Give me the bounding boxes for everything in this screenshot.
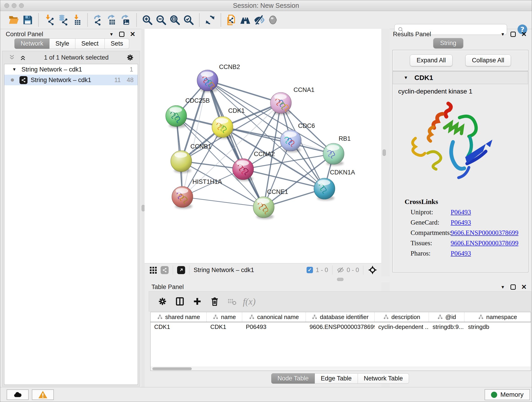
selected-checkbox[interactable]: ✓ (307, 267, 313, 273)
column-header-description[interactable]: description (375, 312, 429, 322)
expand-all-chevron-icon[interactable] (19, 54, 27, 61)
tab-sets[interactable]: Sets (105, 38, 129, 49)
float-panel-icon[interactable]: ▼ (500, 32, 505, 37)
refresh-view-icon[interactable] (203, 13, 217, 27)
delete-column-icon[interactable] (208, 295, 221, 308)
undock-panel-icon[interactable] (510, 32, 516, 37)
network-from-document-icon[interactable] (225, 13, 239, 27)
import-network-database-icon[interactable] (56, 13, 70, 27)
gear-icon[interactable] (126, 53, 134, 62)
close-panel-icon[interactable]: ✕ (130, 32, 135, 37)
export-network-icon[interactable] (91, 13, 105, 27)
network-node-CCNA1[interactable] (270, 92, 291, 115)
zoom-selected-icon[interactable] (182, 13, 196, 27)
network-node-CDKN1A[interactable] (314, 178, 335, 201)
panel-divider[interactable] (141, 29, 145, 387)
add-column-icon[interactable] (191, 295, 204, 308)
network-node-CCNB1[interactable] (171, 151, 192, 173)
crosslink-value-link[interactable]: 9606.ENSP00000378699 (451, 239, 519, 247)
hide-selected-icon[interactable] (252, 13, 266, 27)
collapse-all-chevron-icon[interactable] (8, 54, 16, 61)
network-node-CDC6[interactable] (280, 130, 301, 153)
tab-select[interactable]: Select (75, 38, 105, 49)
divider-handle[interactable] (142, 205, 145, 211)
float-panel-icon[interactable]: ▼ (500, 285, 505, 290)
close-panel-icon[interactable]: ✕ (521, 32, 527, 37)
close-panel-icon[interactable]: ✕ (521, 284, 527, 290)
gene-expander-icon[interactable]: ▼ (404, 75, 408, 80)
network-node-HIST1H1A[interactable] (172, 186, 193, 209)
scrollbar-thumb[interactable] (152, 367, 192, 370)
open-in-new-icon[interactable] (177, 266, 185, 274)
network-node-CCNE1[interactable] (253, 197, 274, 219)
table-cell[interactable]: CDK1 (151, 322, 207, 332)
crosslink-value-link[interactable]: P06493 (451, 208, 471, 216)
column-header-@id[interactable]: @id (429, 312, 464, 322)
table-cell[interactable]: stringdb (464, 322, 531, 332)
share-badge-icon[interactable] (161, 266, 169, 274)
float-panel-icon[interactable]: ▼ (109, 32, 114, 37)
warnings-button[interactable] (32, 389, 54, 400)
collapse-all-button[interactable]: Collapse All (465, 55, 511, 66)
tab-style[interactable]: Style (50, 38, 75, 49)
first-neighbors-icon[interactable] (239, 13, 252, 27)
zoom-in-icon[interactable] (140, 13, 154, 27)
network-node-RB1[interactable] (323, 143, 344, 166)
zoom-fit-icon[interactable] (168, 13, 182, 27)
table-horizontal-scrollbar[interactable] (151, 367, 531, 370)
divider-handle[interactable] (383, 149, 386, 156)
undock-panel-icon[interactable] (510, 284, 516, 290)
expand-all-button[interactable]: Expand All (410, 55, 452, 66)
cytoscape-window: Session: New Session ? Con (0, 0, 532, 402)
network-node-CDC25B[interactable] (166, 105, 187, 128)
tab-network[interactable]: Network (14, 38, 50, 49)
table-row[interactable]: CDK1CDK1P064939606.ENSP00000378699cyclin… (151, 322, 531, 332)
network-edge-CCNE1-HIST1H1A[interactable] (182, 197, 264, 207)
divider-handle[interactable] (337, 278, 343, 281)
node-label-CCNA1: CCNA1 (293, 86, 315, 93)
network-row[interactable]: String Network – cdk1 11 48 (4, 75, 138, 85)
import-network-file-icon[interactable] (42, 13, 56, 27)
string-network-icon (19, 76, 27, 84)
export-image-icon[interactable] (119, 13, 133, 27)
tab-string[interactable]: String (433, 38, 463, 48)
table-cell[interactable]: stringdb:9... (429, 322, 464, 332)
tab-node-table[interactable]: Node Table (271, 373, 315, 384)
table-cell[interactable]: 9606.ENSP00000378699 (306, 322, 375, 332)
table-cell[interactable]: P06493 (242, 322, 306, 332)
export-table-icon[interactable] (105, 13, 119, 27)
column-header-canonical-name[interactable]: canonical name (242, 312, 306, 322)
hidden-eye-slash-icon[interactable] (336, 266, 344, 274)
column-header-shared-name[interactable]: shared name (151, 312, 207, 322)
crosslink-value-link[interactable]: 9606.ENSP00000378699 (451, 229, 519, 236)
open-session-icon[interactable] (7, 13, 21, 27)
grid-icon[interactable] (149, 265, 157, 274)
network-node-CDK1[interactable] (212, 116, 233, 139)
save-session-icon[interactable] (21, 13, 35, 27)
split-columns-icon[interactable] (173, 295, 186, 308)
import-table-file-icon[interactable] (70, 13, 84, 27)
network-edge-CCNB2-CCNA1[interactable] (208, 80, 281, 103)
cloud-button[interactable] (7, 389, 29, 400)
undock-panel-icon[interactable] (119, 32, 124, 37)
gene-header[interactable]: ▼ CDK1 (393, 71, 528, 84)
network-edge-CCNB2-CCNE1[interactable] (208, 80, 264, 207)
table-cell[interactable]: cyclin-dependent ... (375, 322, 429, 332)
panel-divider[interactable] (145, 276, 532, 282)
network-collection-row[interactable]: ▼ String Network – cdk1 1 (4, 64, 138, 75)
crosslink-value-link[interactable]: P06493 (451, 219, 471, 226)
center-crosshair-icon[interactable] (367, 265, 378, 275)
show-graphics-details-icon[interactable] (266, 13, 280, 27)
network-canvas[interactable]: CCNB2CCNA1CDC25BCDK1CDC6RB1CCNB1CCNA2CDK… (145, 29, 381, 263)
column-header-name[interactable]: name (207, 312, 242, 322)
column-header-namespace[interactable]: namespace (464, 312, 531, 322)
tab-network-table[interactable]: Network Table (358, 373, 409, 384)
table-cell[interactable]: CDK1 (207, 322, 242, 332)
gear-icon[interactable] (156, 295, 169, 308)
zoom-out-icon[interactable] (154, 13, 168, 27)
memory-button[interactable]: Memory (485, 389, 530, 400)
collection-expander-icon[interactable]: ▼ (12, 67, 17, 72)
tab-edge-table[interactable]: Edge Table (315, 373, 358, 384)
column-header-database-identifier[interactable]: database identifier (306, 312, 375, 322)
crosslink-value-link[interactable]: P06493 (451, 249, 471, 257)
